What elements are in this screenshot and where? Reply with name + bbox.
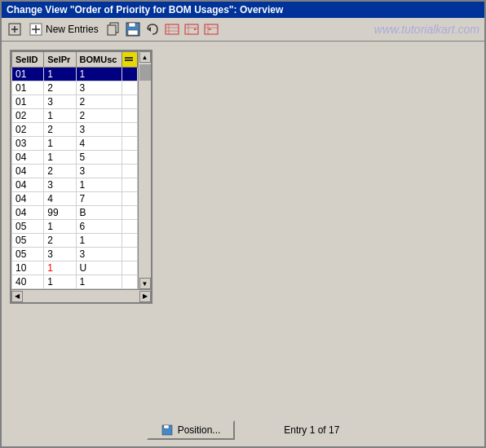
cell-selpr: 3 (44, 95, 76, 109)
edit-icon[interactable] (7, 21, 23, 37)
svg-rect-7 (108, 25, 116, 35)
col-header-selpr: SelPr (44, 52, 76, 68)
copy-icon[interactable] (105, 21, 122, 37)
data-table: SelID SelPr BOMUsc (11, 51, 138, 289)
scroll-down-button[interactable]: ▼ (139, 278, 151, 289)
table-row[interactable]: 0314 (12, 137, 138, 151)
content-area: SelID SelPr BOMUsc (2, 42, 484, 414)
cell-selpr: 1 (44, 137, 76, 151)
cell-bomusc: 4 (76, 137, 122, 151)
cell-icon (122, 68, 138, 81)
other2-icon[interactable] (183, 21, 200, 37)
cell-selpr: 4 (44, 192, 76, 206)
cell-bomusc: 5 (76, 151, 122, 165)
table-row[interactable]: 101U (12, 261, 138, 275)
scroll-right-button[interactable]: ▶ (139, 291, 151, 302)
cell-icon (122, 81, 138, 95)
cell-selid: 02 (12, 123, 44, 137)
cell-selid: 04 (12, 178, 44, 192)
cell-selid: 01 (12, 95, 44, 109)
table-row[interactable]: 0521 (12, 234, 138, 248)
cell-icon (122, 248, 138, 261)
data-table-container: SelID SelPr BOMUsc (10, 50, 152, 304)
table-row[interactable]: 0223 (12, 123, 138, 137)
cell-selpr: 1 (44, 68, 76, 81)
table-row[interactable]: 0123 (12, 81, 138, 95)
cell-bomusc: 6 (76, 220, 122, 234)
vertical-scrollbar[interactable]: ▲ ▼ (138, 51, 151, 289)
cell-icon (122, 192, 138, 206)
svg-rect-26 (125, 59, 133, 61)
cell-selid: 01 (12, 81, 44, 95)
table-row[interactable]: 4011 (12, 275, 138, 289)
window-title: Change View "Order of Priority for BOM U… (7, 4, 283, 15)
table-row[interactable]: 0212 (12, 109, 138, 123)
cell-bomusc: 1 (76, 275, 122, 289)
cell-selid: 40 (12, 275, 44, 289)
table-row[interactable]: 0431 (12, 178, 138, 192)
horizontal-scrollbar[interactable]: ◀ ▶ (11, 289, 151, 302)
cell-selpr: 99 (44, 206, 76, 220)
cell-icon (122, 151, 138, 165)
table-row[interactable]: 0423 (12, 165, 138, 178)
table-row[interactable]: 0415 (12, 151, 138, 165)
cell-selpr: 2 (44, 165, 76, 178)
cell-selid: 03 (12, 137, 44, 151)
table-row[interactable]: 0111 (12, 68, 138, 81)
entry-info: Entry 1 of 17 (284, 424, 339, 436)
title-bar: Change View "Order of Priority for BOM U… (2, 2, 484, 18)
svg-rect-28 (164, 425, 169, 428)
cell-bomusc: 7 (76, 192, 122, 206)
cell-selid: 05 (12, 248, 44, 261)
cell-bomusc: 3 (76, 165, 122, 178)
scroll-thumb[interactable] (139, 64, 151, 81)
new-entries-label: New Entries (46, 24, 99, 35)
new-entries-icon (29, 23, 42, 36)
other1-icon[interactable] (164, 21, 180, 37)
scroll-up-button[interactable]: ▲ (139, 51, 151, 63)
cell-icon (122, 220, 138, 234)
cell-icon (122, 178, 138, 192)
main-window: Change View "Order of Priority for BOM U… (0, 0, 486, 448)
cell-icon (122, 261, 138, 275)
table-row[interactable]: 0516 (12, 220, 138, 234)
cell-icon (122, 206, 138, 220)
cell-selpr: 1 (44, 220, 76, 234)
new-entries-button[interactable]: New Entries (26, 22, 102, 37)
cell-selpr: 3 (44, 178, 76, 192)
toolbar: New Entries (2, 18, 484, 42)
other3-icon[interactable] (203, 21, 219, 37)
cell-bomusc: B (76, 206, 122, 220)
svg-rect-25 (125, 57, 133, 59)
position-button[interactable]: Position... (147, 420, 236, 440)
cell-selpr: 1 (44, 109, 76, 123)
cell-icon (122, 165, 138, 178)
cell-bomusc: 3 (76, 123, 122, 137)
cell-bomusc: 1 (76, 68, 122, 81)
table-header-row: SelID SelPr BOMUsc (12, 52, 138, 68)
cell-bomusc: 3 (76, 248, 122, 261)
table-row[interactable]: 0533 (12, 248, 138, 261)
svg-rect-12 (166, 24, 179, 34)
cell-icon (122, 109, 138, 123)
cell-bomusc: 1 (76, 178, 122, 192)
table-row[interactable]: 0499B (12, 206, 138, 220)
cell-selid: 04 (12, 151, 44, 165)
save-icon[interactable] (125, 21, 141, 37)
position-button-label: Position... (178, 424, 221, 436)
cell-bomusc: 1 (76, 234, 122, 248)
cell-selid: 01 (12, 68, 44, 81)
cell-selpr: 2 (44, 234, 76, 248)
cell-selpr: 1 (44, 261, 76, 275)
cell-icon (122, 95, 138, 109)
cell-selpr: 2 (44, 81, 76, 95)
svg-rect-9 (129, 23, 135, 27)
table-row[interactable]: 0447 (12, 192, 138, 206)
col-header-selid: SelID (12, 52, 44, 68)
cell-selpr: 2 (44, 123, 76, 137)
scroll-left-button[interactable]: ◀ (11, 291, 23, 302)
cell-selpr: 1 (44, 151, 76, 165)
undo-icon[interactable] (144, 21, 161, 37)
cell-selid: 05 (12, 234, 44, 248)
table-row[interactable]: 0132 (12, 95, 138, 109)
